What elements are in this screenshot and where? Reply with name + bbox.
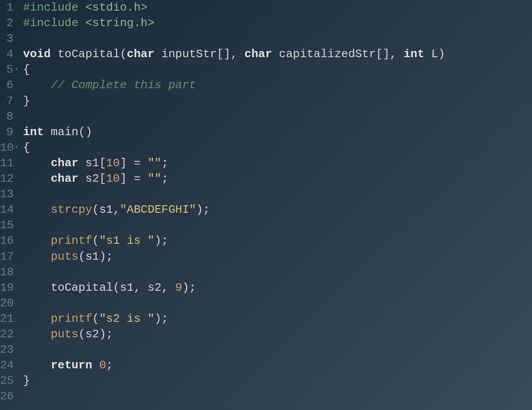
- code-token: [23, 328, 51, 341]
- code-line[interactable]: [23, 31, 532, 47]
- code-token: char: [244, 47, 279, 61]
- code-editor[interactable]: 1234567891011121314151617181920212223242…: [0, 0, 532, 410]
- code-token: (): [78, 125, 92, 139]
- code-token: [23, 281, 51, 294]
- line-number: 6: [0, 78, 13, 93]
- code-line[interactable]: printf("s1 is ");: [23, 233, 532, 249]
- code-line[interactable]: puts(s1);: [23, 249, 532, 265]
- line-number: 5: [0, 62, 13, 78]
- code-area[interactable]: #include <stdio.h>#include <string.h>voi…: [18, 0, 532, 410]
- line-number: 4: [0, 47, 13, 62]
- code-token: [23, 156, 51, 170]
- code-token: #include: [23, 16, 85, 30]
- code-line[interactable]: int main(): [23, 125, 532, 140]
- code-line[interactable]: return 0;: [23, 358, 532, 373]
- code-token: char: [51, 172, 85, 185]
- code-token: return: [51, 359, 99, 372]
- code-token: ,: [231, 47, 244, 61]
- code-line[interactable]: void toCapital(char inputStr[], char cap…: [23, 47, 532, 62]
- code-line[interactable]: [23, 109, 532, 125]
- code-line[interactable]: char s2[10] = "";: [23, 171, 532, 187]
- code-token: ;: [189, 281, 196, 294]
- code-line[interactable]: #include <string.h>: [23, 16, 532, 31]
- code-token: "s1 is ": [99, 234, 155, 247]
- code-token: strcpy: [51, 203, 92, 216]
- code-line[interactable]: {: [23, 62, 532, 78]
- code-token: ;: [106, 328, 113, 341]
- code-line[interactable]: [23, 187, 532, 202]
- code-token: {: [23, 63, 30, 76]
- line-number: 25: [0, 373, 13, 389]
- code-line[interactable]: }: [23, 94, 532, 109]
- code-token: ]: [120, 156, 127, 170]
- code-token: s1: [120, 281, 133, 294]
- code-token: char: [51, 156, 85, 170]
- code-token: ): [99, 250, 106, 263]
- code-line[interactable]: [23, 296, 532, 311]
- code-token: inputStr: [161, 47, 217, 61]
- code-line[interactable]: #include <stdio.h>: [23, 0, 532, 16]
- code-token: ): [182, 281, 189, 294]
- code-line[interactable]: {: [23, 140, 532, 156]
- code-token: {: [23, 141, 30, 154]
- code-token: s1: [99, 203, 113, 216]
- code-line[interactable]: char s1[10] = "";: [23, 156, 532, 171]
- line-number: 3: [0, 31, 13, 47]
- code-token: printf: [51, 234, 92, 247]
- code-line[interactable]: [23, 265, 532, 280]
- code-token: "s2 is ": [99, 312, 155, 325]
- code-token: <string.h>: [85, 16, 154, 30]
- code-token: s2: [148, 281, 161, 294]
- code-token: 9: [175, 281, 182, 294]
- line-number: 8: [0, 109, 13, 125]
- code-token: ;: [161, 234, 168, 247]
- code-token: ): [154, 234, 161, 247]
- code-token: [23, 78, 51, 92]
- code-token: // Complete this part: [51, 78, 196, 92]
- code-token: ): [99, 328, 106, 341]
- code-token: }: [23, 94, 30, 108]
- line-number: 23: [0, 342, 13, 358]
- code-line[interactable]: printf("s2 is ");: [23, 311, 532, 327]
- code-line[interactable]: [23, 389, 532, 404]
- code-line[interactable]: [23, 342, 532, 358]
- line-number: 15: [0, 218, 13, 233]
- line-number-gutter: 1234567891011121314151617181920212223242…: [0, 0, 18, 410]
- code-token: s2: [85, 172, 99, 185]
- code-token: "": [148, 156, 161, 170]
- code-token: ;: [203, 203, 210, 216]
- line-number: 17: [0, 249, 13, 265]
- line-number: 12: [0, 171, 13, 187]
- code-token: puts: [51, 328, 78, 341]
- code-token: (: [78, 250, 86, 263]
- code-line[interactable]: [23, 218, 532, 233]
- code-token: (: [92, 203, 99, 216]
- code-line[interactable]: }: [23, 373, 532, 389]
- code-token: [23, 203, 51, 216]
- code-line[interactable]: strcpy(s1,"ABCDEFGHI");: [23, 202, 532, 218]
- code-token: capitalizedStr: [279, 47, 376, 61]
- code-token: (: [92, 312, 99, 325]
- code-token: int: [403, 47, 431, 61]
- code-token: []: [376, 47, 390, 61]
- code-token: }: [23, 374, 30, 387]
- code-token: (: [113, 281, 120, 294]
- code-token: (: [78, 328, 86, 341]
- code-line[interactable]: // Complete this part: [23, 78, 532, 93]
- code-token: toCapital: [58, 47, 120, 61]
- code-token: ): [154, 312, 161, 325]
- line-number: 11: [0, 156, 13, 171]
- code-line[interactable]: puts(s2);: [23, 327, 532, 342]
- code-token: =: [127, 156, 148, 170]
- code-token: "": [148, 172, 161, 185]
- code-token: main: [51, 125, 78, 139]
- code-line[interactable]: toCapital(s1, s2, 9);: [23, 280, 532, 296]
- code-token: s1: [85, 156, 99, 170]
- code-token: ,: [113, 203, 120, 216]
- code-token: <stdio.h>: [85, 1, 147, 14]
- line-number: 10: [0, 140, 13, 156]
- line-number: 20: [0, 296, 13, 311]
- code-token: (: [120, 47, 127, 61]
- code-token: =: [127, 172, 148, 185]
- code-token: ): [196, 203, 203, 216]
